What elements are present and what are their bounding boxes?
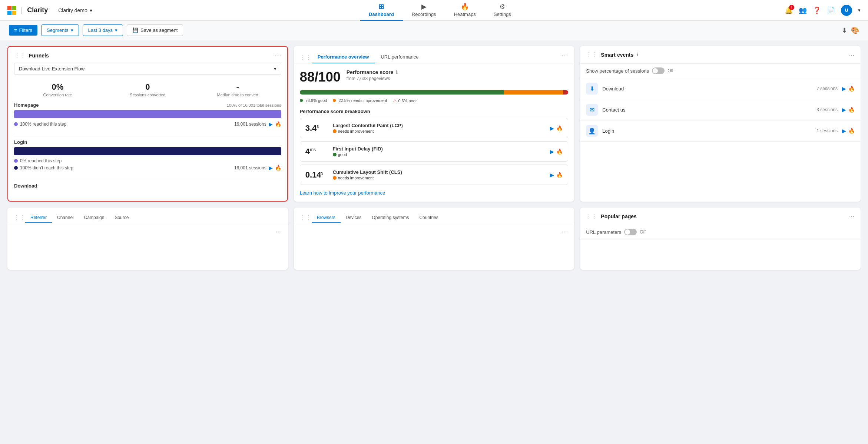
- user-avatar[interactable]: U: [841, 5, 852, 16]
- tab-url-performance[interactable]: URL performance: [375, 51, 424, 63]
- popular-pages-card: ⋮⋮ Popular pages ⋯ URL parameters Off: [580, 208, 861, 270]
- smart-info-icon[interactable]: ℹ: [636, 52, 638, 57]
- tab-referrer[interactable]: Referrer: [25, 213, 52, 223]
- homepage-reached-info: 100% reached this step: [14, 122, 66, 127]
- url-params-off-label: Off: [640, 229, 646, 235]
- cls-recording-icon[interactable]: ▶: [550, 172, 554, 178]
- lcp-heatmap-icon[interactable]: 🔥: [556, 125, 563, 131]
- legend-needs: 22.5% needs improvement: [333, 98, 387, 103]
- notification-bell[interactable]: 🔔 !: [785, 6, 793, 14]
- contact-event-actions: ▶ 🔥: [842, 107, 855, 113]
- login-recording-icon[interactable]: ▶: [842, 128, 846, 134]
- tab-browsers[interactable]: Browsers: [312, 213, 341, 223]
- document-icon[interactable]: 📄: [827, 6, 835, 14]
- homepage-bar-fill: [14, 110, 281, 118]
- daterange-button[interactable]: Last 3 days ▾: [83, 24, 123, 36]
- download-recording-icon[interactable]: ▶: [842, 86, 846, 92]
- referrer-more-options[interactable]: ⋯: [275, 228, 282, 236]
- share-icon[interactable]: 👥: [799, 6, 807, 14]
- cls-heatmap-icon[interactable]: 🔥: [556, 172, 563, 178]
- url-params-toggle[interactable]: [624, 229, 637, 235]
- tab-countries[interactable]: Countries: [414, 213, 443, 223]
- nav-heatmaps[interactable]: 🔥 Heatmaps: [445, 0, 485, 21]
- funnels-drag-handle[interactable]: ⋮⋮: [14, 52, 26, 59]
- fid-heatmap-icon[interactable]: 🔥: [556, 149, 563, 155]
- fid-status-dot: [333, 153, 337, 156]
- homepage-sessions: 16,001 sessions: [234, 122, 266, 127]
- smart-more-options[interactable]: ⋯: [848, 52, 855, 58]
- project-selector[interactable]: Clarity demo ▾: [55, 6, 95, 15]
- popular-more-options[interactable]: ⋯: [848, 213, 855, 220]
- legend-dot-good: [300, 99, 303, 102]
- performance-score-row: 88/100 Performance score ℹ from 7,633 pa…: [300, 69, 569, 85]
- referrer-drag-handle[interactable]: ⋮⋮: [13, 214, 25, 221]
- main-navigation: ⊞ Dashboard ▶ Recordings 🔥 Heatmaps ⚙ Se…: [95, 0, 785, 21]
- filters-icon: ≡: [14, 27, 17, 33]
- url-params-toggle-knob: [625, 229, 630, 235]
- download-icon[interactable]: ⬇: [842, 26, 847, 34]
- homepage-dot: [14, 122, 18, 126]
- median-time-label: Median time to convert: [194, 93, 281, 97]
- event-download: ⬇ Download 7 sessions ▶ 🔥: [580, 78, 861, 99]
- show-pct-toggle[interactable]: [652, 67, 665, 74]
- project-name: Clarity demo: [58, 7, 87, 13]
- smart-drag-handle[interactable]: ⋮⋮: [586, 51, 598, 58]
- lcp-recording-icon[interactable]: ▶: [550, 125, 554, 131]
- funnel-selector[interactable]: Download Live Extension Flow ▾: [14, 63, 281, 75]
- performance-drag-handle[interactable]: ⋮⋮: [300, 54, 312, 61]
- performance-more-options[interactable]: ⋯: [561, 52, 568, 63]
- median-time-stat: - Median time to convert: [194, 82, 281, 97]
- referrer-card: ⋮⋮ Referrer Channel Campaign Source ⋯: [7, 208, 288, 270]
- browsers-more-options[interactable]: ⋯: [561, 228, 568, 236]
- tab-os[interactable]: Operating systems: [367, 213, 414, 223]
- filters-button[interactable]: ≡ Filters: [9, 25, 37, 36]
- contact-recording-icon[interactable]: ▶: [842, 107, 846, 113]
- tab-source[interactable]: Source: [109, 213, 134, 223]
- tab-devices[interactable]: Devices: [341, 213, 367, 223]
- tab-performance-overview[interactable]: Performance overview: [312, 51, 375, 63]
- download-heatmap-icon[interactable]: 🔥: [848, 86, 855, 92]
- tab-channel[interactable]: Channel: [52, 213, 79, 223]
- homepage-step-info: 100% reached this step 16,001 sessions ▶…: [14, 121, 281, 127]
- nav-right-icons: 🔔 ! 👥 ❓ 📄 U ▾: [785, 5, 861, 16]
- funnels-more-options[interactable]: ⋯: [275, 52, 281, 59]
- login-actions: 16,001 sessions ▶ 🔥: [234, 165, 281, 171]
- url-params-toggle-row: URL parameters Off: [580, 225, 861, 239]
- fid-value: 4ms: [305, 147, 328, 156]
- browsers-drag-handle[interactable]: ⋮⋮: [300, 214, 312, 221]
- help-icon[interactable]: ❓: [813, 6, 821, 14]
- homepage-recording-icon[interactable]: ▶: [269, 121, 273, 127]
- funnels-header: ⋮⋮ Funnels ⋯: [8, 47, 287, 63]
- login-heatmap-icon[interactable]: 🔥: [275, 165, 281, 171]
- toggle-off-label: Off: [667, 68, 673, 73]
- login-recording-icon[interactable]: ▶: [269, 165, 273, 171]
- learn-performance-link[interactable]: Learn how to improve your performance: [300, 190, 569, 196]
- contact-event-icon: ✉: [586, 104, 598, 116]
- conversion-rate-label: Conversion rate: [14, 93, 101, 97]
- popular-drag-handle[interactable]: ⋮⋮: [586, 213, 598, 220]
- contact-heatmap-icon[interactable]: 🔥: [848, 107, 855, 113]
- save-segment-button[interactable]: 💾 Save as segment: [127, 24, 183, 36]
- popular-pages-body: [580, 239, 861, 269]
- nav-settings[interactable]: ⚙ Settings: [485, 0, 520, 21]
- tab-campaign[interactable]: Campaign: [79, 213, 110, 223]
- nav-dashboard[interactable]: ⊞ Dashboard: [360, 0, 403, 21]
- login-heatmap-icon[interactable]: 🔥: [848, 128, 855, 134]
- funnel-stats: 0% Conversion rate 0 Sessions converted …: [8, 79, 287, 102]
- fid-status: good: [333, 152, 545, 157]
- cls-details: Cumulative Layout Shift (CLS) needs impr…: [333, 169, 545, 180]
- toggle-knob: [653, 68, 658, 73]
- metric-fid: 4ms First Input Delay (FID) good ▶ 🔥: [300, 141, 569, 162]
- avatar-dropdown-icon[interactable]: ▾: [858, 7, 861, 13]
- perf-info-icon[interactable]: ℹ: [396, 70, 398, 75]
- segments-button[interactable]: Segments ▾: [41, 24, 79, 36]
- save-icon: 💾: [132, 27, 138, 33]
- median-time-value: -: [194, 82, 281, 92]
- metric-cls: 0.14s Cumulative Layout Shift (CLS) need…: [300, 165, 569, 185]
- fid-recording-icon[interactable]: ▶: [550, 149, 554, 155]
- nav-settings-label: Settings: [494, 11, 511, 17]
- homepage-heatmap-icon[interactable]: 🔥: [275, 121, 281, 127]
- palette-icon[interactable]: 🎨: [851, 26, 859, 34]
- performance-score-title: Performance score ℹ: [347, 69, 569, 75]
- nav-recordings[interactable]: ▶ Recordings: [403, 0, 445, 21]
